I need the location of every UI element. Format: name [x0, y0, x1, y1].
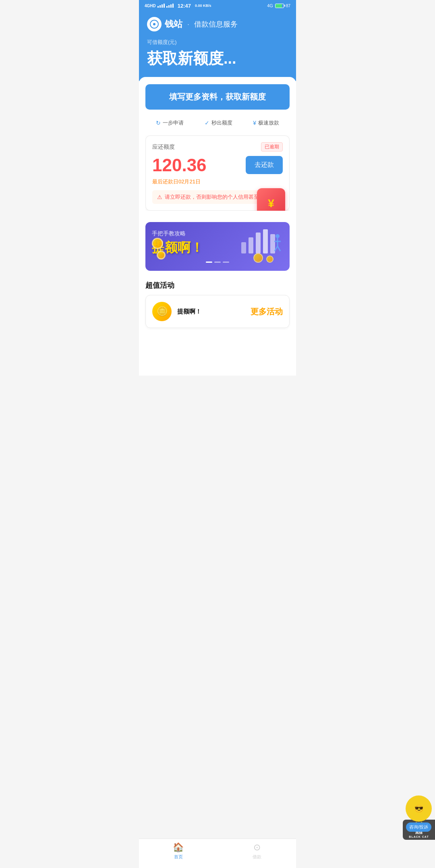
warning-text: 请立即还款，否则影响您的个人信用甚至征信 — [165, 193, 269, 201]
activity-name: 提额啊！ — [177, 308, 245, 316]
feature-tag-2: ¥ 极速放款 — [253, 119, 279, 127]
svg-rect-2 — [256, 233, 261, 253]
banner-dot-0 — [206, 262, 212, 263]
svg-rect-1 — [249, 237, 253, 253]
loan-card-header: 应还额度 已逾期 — [152, 142, 283, 152]
main-content: 填写更多资料，获取新额度 ↻ 一步申请 ✓ 秒出额度 ¥ 极速放款 应还额度 已… — [139, 77, 296, 376]
logo-area: 钱站 · 借款信息服务 — [147, 17, 288, 31]
svg-line-8 — [275, 246, 278, 251]
coin-decoration — [152, 238, 166, 260]
feature-label-0: 一步申请 — [163, 119, 184, 127]
data-speed: 0.00 KB/s — [195, 4, 211, 8]
repay-button[interactable]: 去还款 — [246, 156, 283, 174]
credit-label: 可借额度(元) — [147, 39, 288, 46]
coin-decoration-right — [253, 253, 273, 264]
loan-card-section: 应还额度 已逾期 120.36 去还款 最后还款日02月21日 ⚠ 请立即还款，… — [145, 135, 290, 211]
red-envelope[interactable] — [257, 188, 285, 211]
signal-icon-2 — [166, 4, 174, 8]
overdue-badge: 已逾期 — [261, 142, 283, 152]
activity-icon: 🪙 — [152, 302, 172, 321]
svg-rect-0 — [241, 242, 246, 253]
logo-center-dot — [153, 23, 155, 25]
app-logo — [147, 17, 162, 31]
activity-card[interactable]: 🪙 提额啊！ 更多活动 — [145, 295, 290, 328]
signal-icon — [157, 4, 165, 8]
warning-icon: ⚠ — [157, 194, 162, 200]
app-name: 钱站 — [165, 18, 182, 30]
banner-dot-2 — [223, 262, 229, 263]
apply-button[interactable]: 填写更多资料，获取新额度 — [145, 84, 290, 110]
banner-dot-1 — [214, 262, 221, 263]
banner-graphic — [237, 226, 286, 256]
logo-ring — [150, 20, 159, 29]
section-title: 超值活动 — [145, 280, 290, 290]
feature-tag-0: ↻ 一步申请 — [156, 119, 184, 127]
feature-label-2: 极速放款 — [258, 119, 279, 127]
separator: · — [187, 20, 189, 29]
status-bar: 4GHD 12:47 0.00 KB/s 4G 87 — [139, 0, 296, 11]
instant-icon: ✓ — [205, 120, 209, 126]
app-subtitle: 借款信息服务 — [194, 19, 238, 29]
network-label: 4GHD — [145, 4, 156, 8]
credit-amount: 获取新额度... — [147, 48, 288, 69]
status-right: 4G 87 — [267, 3, 290, 8]
activity-info: 提额啊！ — [177, 308, 245, 316]
svg-line-9 — [278, 246, 280, 251]
due-date: 最后还款日02月21日 — [152, 178, 283, 185]
feature-label-1: 秒出额度 — [211, 119, 232, 127]
header: 钱站 · 借款信息服务 可借额度(元) 获取新额度... — [139, 11, 296, 81]
fast-loan-icon: ¥ — [253, 120, 256, 126]
activity-more[interactable]: 更多活动 — [251, 306, 283, 317]
loan-card-title: 应还额度 — [152, 143, 175, 151]
battery-level: 87 — [286, 4, 290, 8]
svg-point-5 — [276, 234, 280, 238]
svg-rect-3 — [263, 229, 268, 253]
loan-card: 应还额度 已逾期 120.36 去还款 最后还款日02月21日 ⚠ 请立即还款，… — [145, 135, 290, 211]
battery-icon — [275, 4, 284, 8]
banner-section[interactable]: 手把手教攻略 提额啊！ — [145, 222, 290, 271]
status-left: 4GHD 12:47 0.00 KB/s — [145, 3, 211, 9]
signal-text: 4G — [267, 3, 273, 8]
status-time: 12:47 — [178, 3, 191, 9]
feature-tag-1: ✓ 秒出额度 — [205, 119, 232, 127]
feature-tags: ↻ 一步申请 ✓ 秒出额度 ¥ 极速放款 — [145, 116, 290, 128]
one-step-icon: ↻ — [156, 120, 161, 126]
